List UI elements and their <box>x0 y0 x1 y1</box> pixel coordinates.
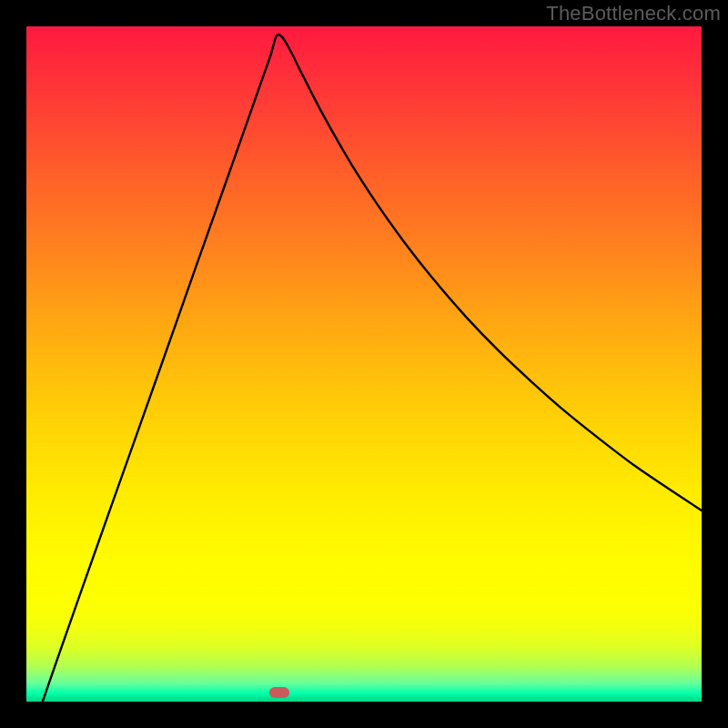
plot-frame <box>26 26 702 702</box>
watermark-text: TheBottleneck.com <box>546 2 721 25</box>
gradient-background <box>26 26 702 702</box>
optimum-marker <box>269 687 289 698</box>
chart-outer: TheBottleneck.com <box>0 0 728 728</box>
